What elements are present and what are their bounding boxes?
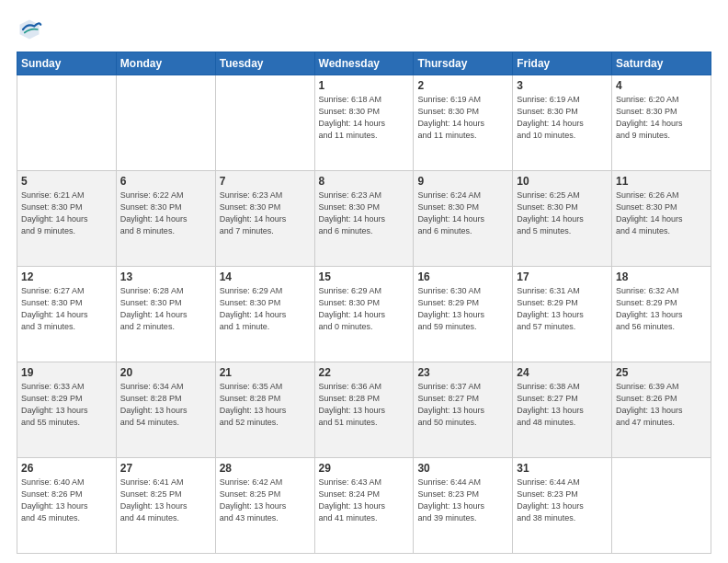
day-number: 8: [319, 175, 410, 188]
day-number: 24: [517, 366, 608, 379]
week-row-5: 26Sunrise: 6:40 AM Sunset: 8:26 PM Dayli…: [17, 458, 711, 554]
day-info: Sunrise: 6:44 AM Sunset: 8:23 PM Dayligh…: [417, 477, 508, 524]
day-info: Sunrise: 6:21 AM Sunset: 8:30 PM Dayligh…: [21, 190, 112, 237]
day-number: 13: [120, 270, 211, 283]
day-number: 21: [220, 366, 311, 379]
day-number: 5: [21, 175, 112, 188]
day-info: Sunrise: 6:32 AM Sunset: 8:29 PM Dayligh…: [616, 285, 707, 333]
day-cell: [215, 75, 314, 171]
day-cell: [17, 75, 117, 171]
day-cell: 12Sunrise: 6:27 AM Sunset: 8:30 PM Dayli…: [17, 267, 117, 362]
day-info: Sunrise: 6:23 AM Sunset: 8:30 PM Dayligh…: [319, 190, 410, 237]
day-info: Sunrise: 6:20 AM Sunset: 8:30 PM Dayligh…: [616, 94, 707, 142]
week-row-1: 1Sunrise: 6:18 AM Sunset: 8:30 PM Daylig…: [17, 75, 711, 171]
day-info: Sunrise: 6:30 AM Sunset: 8:29 PM Dayligh…: [417, 285, 508, 333]
day-info: Sunrise: 6:25 AM Sunset: 8:30 PM Dayligh…: [517, 190, 608, 237]
day-number: 30: [417, 462, 508, 475]
logo-icon: [17, 17, 42, 42]
day-cell: 17Sunrise: 6:31 AM Sunset: 8:29 PM Dayli…: [513, 267, 612, 362]
day-cell: [612, 458, 711, 554]
day-cell: 1Sunrise: 6:18 AM Sunset: 8:30 PM Daylig…: [314, 75, 414, 171]
day-number: 20: [120, 366, 211, 379]
day-cell: 27Sunrise: 6:41 AM Sunset: 8:25 PM Dayli…: [116, 458, 215, 554]
day-number: 11: [616, 175, 707, 188]
day-info: Sunrise: 6:24 AM Sunset: 8:30 PM Dayligh…: [417, 190, 508, 237]
day-cell: 6Sunrise: 6:22 AM Sunset: 8:30 PM Daylig…: [116, 171, 215, 267]
day-cell: 11Sunrise: 6:26 AM Sunset: 8:30 PM Dayli…: [612, 171, 711, 267]
day-info: Sunrise: 6:19 AM Sunset: 8:30 PM Dayligh…: [517, 94, 608, 142]
day-info: Sunrise: 6:37 AM Sunset: 8:27 PM Dayligh…: [417, 381, 508, 429]
day-number: 15: [319, 270, 410, 283]
day-header-sunday: Sunday: [17, 52, 117, 75]
day-number: 28: [220, 462, 311, 475]
day-info: Sunrise: 6:18 AM Sunset: 8:30 PM Dayligh…: [319, 94, 410, 142]
day-cell: 28Sunrise: 6:42 AM Sunset: 8:25 PM Dayli…: [215, 458, 314, 554]
day-number: 7: [220, 175, 311, 188]
day-cell: 2Sunrise: 6:19 AM Sunset: 8:30 PM Daylig…: [414, 75, 513, 171]
day-info: Sunrise: 6:35 AM Sunset: 8:28 PM Dayligh…: [220, 381, 311, 429]
day-number: 26: [21, 462, 112, 475]
day-info: Sunrise: 6:19 AM Sunset: 8:30 PM Dayligh…: [417, 94, 508, 142]
day-header-wednesday: Wednesday: [314, 52, 414, 75]
day-cell: 15Sunrise: 6:29 AM Sunset: 8:30 PM Dayli…: [314, 267, 414, 362]
day-number: 1: [319, 79, 410, 92]
day-cell: 10Sunrise: 6:25 AM Sunset: 8:30 PM Dayli…: [513, 171, 612, 267]
day-info: Sunrise: 6:42 AM Sunset: 8:25 PM Dayligh…: [220, 477, 311, 524]
day-info: Sunrise: 6:26 AM Sunset: 8:30 PM Dayligh…: [616, 190, 707, 237]
calendar-table: SundayMondayTuesdayWednesdayThursdayFrid…: [17, 52, 711, 554]
day-number: 10: [517, 175, 608, 188]
day-cell: 13Sunrise: 6:28 AM Sunset: 8:30 PM Dayli…: [116, 267, 215, 362]
day-number: 17: [517, 270, 608, 283]
day-cell: [116, 75, 215, 171]
day-info: Sunrise: 6:29 AM Sunset: 8:30 PM Dayligh…: [319, 285, 410, 333]
day-cell: 23Sunrise: 6:37 AM Sunset: 8:27 PM Dayli…: [414, 362, 513, 458]
logo: [17, 17, 46, 42]
day-number: 4: [616, 79, 707, 92]
day-header-tuesday: Tuesday: [215, 52, 314, 75]
day-header-saturday: Saturday: [612, 52, 711, 75]
day-info: Sunrise: 6:33 AM Sunset: 8:29 PM Dayligh…: [21, 381, 112, 429]
day-cell: 31Sunrise: 6:44 AM Sunset: 8:23 PM Dayli…: [513, 458, 612, 554]
day-number: 31: [517, 462, 608, 475]
day-number: 9: [417, 175, 508, 188]
header-row: SundayMondayTuesdayWednesdayThursdayFrid…: [17, 52, 711, 75]
day-info: Sunrise: 6:23 AM Sunset: 8:30 PM Dayligh…: [220, 190, 311, 237]
day-cell: 30Sunrise: 6:44 AM Sunset: 8:23 PM Dayli…: [414, 458, 513, 554]
day-cell: 21Sunrise: 6:35 AM Sunset: 8:28 PM Dayli…: [215, 362, 314, 458]
day-number: 29: [319, 462, 410, 475]
day-cell: 24Sunrise: 6:38 AM Sunset: 8:27 PM Dayli…: [513, 362, 612, 458]
day-cell: 20Sunrise: 6:34 AM Sunset: 8:28 PM Dayli…: [116, 362, 215, 458]
day-cell: 19Sunrise: 6:33 AM Sunset: 8:29 PM Dayli…: [17, 362, 117, 458]
day-cell: 4Sunrise: 6:20 AM Sunset: 8:30 PM Daylig…: [612, 75, 711, 171]
day-number: 2: [417, 79, 508, 92]
week-row-3: 12Sunrise: 6:27 AM Sunset: 8:30 PM Dayli…: [17, 267, 711, 362]
day-cell: 5Sunrise: 6:21 AM Sunset: 8:30 PM Daylig…: [17, 171, 117, 267]
day-info: Sunrise: 6:41 AM Sunset: 8:25 PM Dayligh…: [120, 477, 211, 524]
day-cell: 29Sunrise: 6:43 AM Sunset: 8:24 PM Dayli…: [314, 458, 414, 554]
day-info: Sunrise: 6:44 AM Sunset: 8:23 PM Dayligh…: [517, 477, 608, 524]
day-info: Sunrise: 6:39 AM Sunset: 8:26 PM Dayligh…: [616, 381, 707, 429]
day-number: 6: [120, 175, 211, 188]
day-number: 16: [417, 270, 508, 283]
day-info: Sunrise: 6:34 AM Sunset: 8:28 PM Dayligh…: [120, 381, 211, 429]
day-info: Sunrise: 6:43 AM Sunset: 8:24 PM Dayligh…: [319, 477, 410, 524]
day-info: Sunrise: 6:29 AM Sunset: 8:30 PM Dayligh…: [220, 285, 311, 333]
day-number: 18: [616, 270, 707, 283]
day-number: 25: [616, 366, 707, 379]
day-number: 12: [21, 270, 112, 283]
day-cell: 26Sunrise: 6:40 AM Sunset: 8:26 PM Dayli…: [17, 458, 117, 554]
day-info: Sunrise: 6:38 AM Sunset: 8:27 PM Dayligh…: [517, 381, 608, 429]
day-cell: 7Sunrise: 6:23 AM Sunset: 8:30 PM Daylig…: [215, 171, 314, 267]
day-cell: 14Sunrise: 6:29 AM Sunset: 8:30 PM Dayli…: [215, 267, 314, 362]
day-number: 22: [319, 366, 410, 379]
day-header-thursday: Thursday: [414, 52, 513, 75]
day-cell: 25Sunrise: 6:39 AM Sunset: 8:26 PM Dayli…: [612, 362, 711, 458]
day-number: 27: [120, 462, 211, 475]
day-header-monday: Monday: [116, 52, 215, 75]
day-number: 3: [517, 79, 608, 92]
day-cell: 18Sunrise: 6:32 AM Sunset: 8:29 PM Dayli…: [612, 267, 711, 362]
day-number: 19: [21, 366, 112, 379]
day-cell: 16Sunrise: 6:30 AM Sunset: 8:29 PM Dayli…: [414, 267, 513, 362]
week-row-4: 19Sunrise: 6:33 AM Sunset: 8:29 PM Dayli…: [17, 362, 711, 458]
day-info: Sunrise: 6:36 AM Sunset: 8:28 PM Dayligh…: [319, 381, 410, 429]
